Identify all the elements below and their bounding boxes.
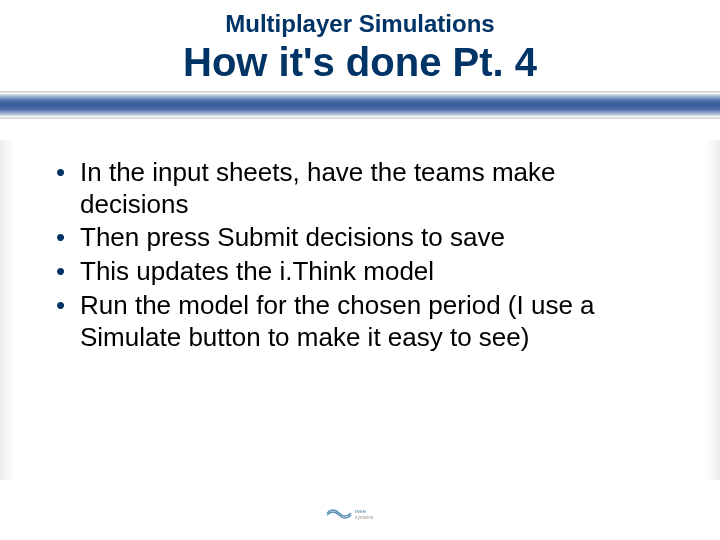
side-shadow-right (705, 140, 720, 480)
bullet-item: In the input sheets, have the teams make… (50, 157, 670, 220)
logo-icon: isee systems (325, 503, 395, 521)
side-shadow-left (0, 140, 15, 480)
slide-header: Multiplayer Simulations How it's done Pt… (0, 0, 720, 85)
slide-subtitle: Multiplayer Simulations (0, 10, 720, 38)
bullet-item: Run the model for the chosen period (I u… (50, 290, 670, 353)
slide-title: How it's done Pt. 4 (0, 40, 720, 85)
bullet-item: This updates the i.Think model (50, 256, 670, 288)
slide: Multiplayer Simulations How it's done Pt… (0, 0, 720, 540)
bullet-item: Then press Submit decisions to save (50, 222, 670, 254)
slide-content: In the input sheets, have the teams make… (0, 119, 720, 353)
footer-logo: isee systems (325, 502, 395, 522)
divider-bar (0, 91, 720, 119)
bullet-list: In the input sheets, have the teams make… (50, 157, 670, 353)
svg-text:systems: systems (355, 514, 374, 520)
